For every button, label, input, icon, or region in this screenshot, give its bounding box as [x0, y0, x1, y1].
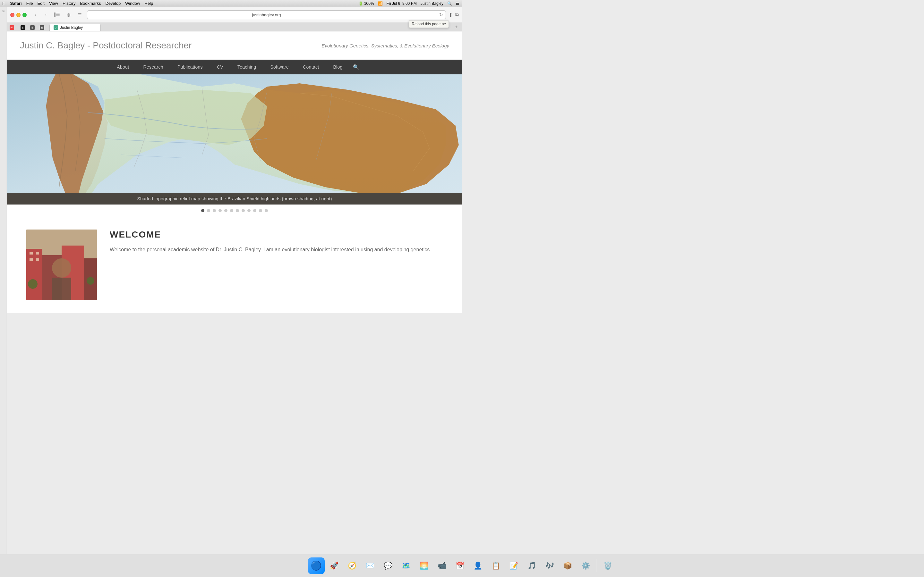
new-tab-from-url[interactable]: ⧉	[455, 12, 459, 18]
nav-contact[interactable]: Contact	[296, 60, 326, 74]
sidebar-icon-mail[interactable]: ✉	[2, 10, 5, 13]
carousel-dot-0[interactable]	[201, 209, 204, 212]
e2-icon: E	[40, 25, 44, 30]
carousel-dot-2[interactable]	[213, 209, 216, 212]
svg-point-17	[87, 277, 94, 285]
menubar-develop[interactable]: Develop	[105, 1, 121, 6]
svg-point-16	[28, 279, 37, 289]
left-sidebar: ✉	[0, 7, 6, 313]
address-bar[interactable]: justinbagley.org ↻ Reload this page ne	[87, 10, 446, 19]
site-header: Justin C. Bagley - Postdoctoral Research…	[7, 31, 462, 60]
macos-menubar:  Safari File Edit View History Bookmark…	[0, 0, 462, 7]
new-tab-button[interactable]: +	[453, 24, 459, 30]
forward-button[interactable]: ›	[42, 11, 50, 19]
nav-about[interactable]: About	[110, 60, 136, 74]
user-display: Justin Bagley	[421, 1, 443, 6]
welcome-content: WELCOME Welcome to the personal academic…	[110, 229, 443, 300]
website-content: Justin C. Bagley - Postdoctoral Research…	[7, 31, 462, 313]
menubar-right: 🔋 100% 📶 Fri Jul 6 9:00 PM Justin Bagley…	[359, 1, 459, 6]
carousel-dot-9[interactable]	[253, 209, 256, 212]
svg-rect-12	[29, 258, 33, 261]
hero-caption: Shaded topographic relief map showing th…	[7, 193, 462, 205]
share-button[interactable]: ⬆	[449, 12, 453, 18]
site-navigation: About Research Publications CV Teaching …	[7, 60, 462, 74]
menubar-view[interactable]: View	[49, 1, 58, 6]
s-icon: S	[21, 25, 25, 30]
tab-favicon: J	[53, 25, 58, 30]
svg-rect-2	[56, 14, 60, 15]
welcome-title: WELCOME	[110, 229, 443, 240]
close-button[interactable]	[10, 13, 15, 17]
menubar-safari[interactable]: Safari	[10, 1, 21, 6]
carousel-dot-11[interactable]	[265, 209, 268, 212]
svg-rect-10	[29, 252, 33, 255]
profile-photo	[26, 229, 97, 300]
menubar-edit[interactable]: Edit	[37, 1, 45, 6]
nav-teaching[interactable]: Teaching	[230, 60, 263, 74]
site-subtitle: Evolutionary Genetics, Systematics, & Ev…	[321, 43, 449, 48]
active-tab[interactable]: J Justin Bagley	[49, 24, 101, 31]
svg-rect-0	[54, 13, 55, 17]
site-title: Justin C. Bagley - Postdoctoral Research…	[20, 40, 192, 51]
menubar-help[interactable]: Help	[144, 1, 153, 6]
mail-icon: ✉	[10, 25, 14, 30]
tab-title: Justin Bagley	[60, 25, 83, 30]
carousel-dot-8[interactable]	[247, 209, 250, 212]
reload-button[interactable]: ↻	[439, 12, 443, 17]
svg-point-14	[52, 258, 71, 277]
layers-button[interactable]: ⊛	[64, 11, 73, 19]
minimize-button[interactable]	[16, 13, 21, 17]
svg-rect-11	[36, 252, 39, 255]
back-button[interactable]: ‹	[32, 11, 39, 19]
svg-rect-1	[56, 13, 60, 13]
svg-rect-13	[36, 258, 39, 261]
welcome-text: Welcome to the personal academic website…	[110, 245, 443, 254]
svg-rect-3	[56, 15, 60, 16]
e1-icon: E	[30, 25, 35, 30]
menubar-history[interactable]: History	[63, 1, 75, 6]
sidebar-toggle-button[interactable]	[52, 11, 61, 19]
carousel-dot-6[interactable]	[236, 209, 239, 212]
menubar-left:  Safari File Edit View History Bookmark…	[3, 1, 153, 6]
menubar-window[interactable]: Window	[125, 1, 140, 6]
spotlight-icon[interactable]: 🔍	[447, 1, 452, 6]
bookmarks-bar-toggle[interactable]: ✉	[7, 24, 17, 31]
bookmark-s[interactable]: S	[18, 24, 27, 31]
traffic-lights	[10, 13, 27, 17]
carousel-dot-3[interactable]	[218, 209, 222, 212]
maximize-button[interactable]	[23, 13, 27, 17]
notification-icon[interactable]: ☰	[456, 1, 459, 6]
datetime-display: Fri Jul 6 9:00 PM	[387, 1, 417, 6]
reader-view-button[interactable]: ☰	[75, 11, 84, 19]
svg-rect-15	[52, 277, 71, 300]
nav-search-icon[interactable]: 🔍	[353, 64, 359, 70]
browser-chrome: ‹ › ⊛ ☰ justinbagley.org ↻ Reload this p…	[7, 7, 462, 313]
apple-menu[interactable]: 	[3, 1, 4, 6]
battery-indicator: 🔋 100%	[359, 1, 374, 6]
welcome-section: WELCOME Welcome to the personal academic…	[7, 217, 462, 313]
carousel-dot-1[interactable]	[207, 209, 210, 212]
hero-map-image	[7, 74, 462, 193]
reload-tooltip: Reload this page ne	[409, 20, 449, 28]
url-display: justinbagley.org	[90, 13, 443, 17]
menubar-bookmarks[interactable]: Bookmarks	[80, 1, 101, 6]
menubar-file[interactable]: File	[26, 1, 33, 6]
hero-section: Shaded topographic relief map showing th…	[7, 74, 462, 217]
browser-toolbar: ‹ › ⊛ ☰ justinbagley.org ↻ Reload this p…	[7, 7, 462, 23]
tab-bar: ✉ S E E J Justin Bagley +	[7, 23, 462, 31]
nav-software[interactable]: Software	[263, 60, 296, 74]
toolbar-actions: ⬆ ⧉	[449, 12, 459, 18]
carousel-dot-10[interactable]	[259, 209, 262, 212]
wifi-indicator: 📶	[378, 1, 383, 6]
nav-cv[interactable]: CV	[210, 60, 230, 74]
bookmark-e2[interactable]: E	[37, 24, 47, 31]
nav-blog[interactable]: Blog	[326, 60, 349, 74]
carousel-dots	[7, 205, 462, 217]
carousel-dot-4[interactable]	[224, 209, 228, 212]
nav-publications[interactable]: Publications	[170, 60, 210, 74]
svg-rect-6	[26, 249, 42, 300]
carousel-dot-5[interactable]	[230, 209, 233, 212]
bookmark-e1[interactable]: E	[27, 24, 37, 31]
carousel-dot-7[interactable]	[242, 209, 245, 212]
nav-research[interactable]: Research	[136, 60, 170, 74]
